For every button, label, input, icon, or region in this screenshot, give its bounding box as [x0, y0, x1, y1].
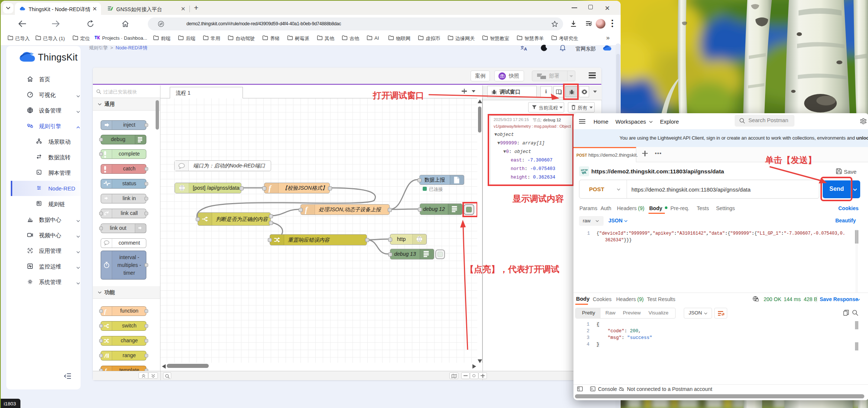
svg-text:f: f: [269, 185, 272, 193]
svg-text:HTTP: HTTP: [581, 169, 588, 172]
svg-text:f: f: [305, 206, 308, 214]
svg-text:A: A: [524, 47, 527, 51]
svg-text:{: {: [104, 368, 108, 371]
svg-text:f: f: [104, 308, 107, 315]
